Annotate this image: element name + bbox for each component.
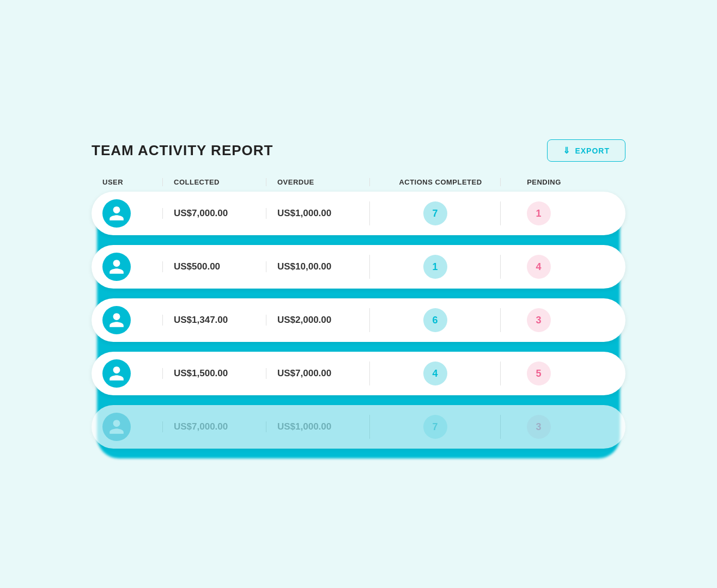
cell-collected: US$7,000.00 [162,421,266,432]
export-button[interactable]: ⇓ EXPORT [547,139,625,162]
table-row: US$1,500.00 US$7,000.00 4 5 [92,352,625,395]
cell-pending: 3 [500,415,576,439]
user-avatar [102,359,131,388]
actions-badge: 4 [423,362,447,385]
actions-badge: 7 [423,415,447,439]
actions-badge: 1 [423,255,447,279]
pending-badge: 3 [527,308,551,332]
cell-pending: 3 [500,308,576,332]
page-header: TEAM ACTIVITY REPORT ⇓ EXPORT [92,139,625,162]
cell-pending: 1 [500,201,576,225]
user-avatar [102,413,131,441]
pending-badge: 1 [527,201,551,225]
col-header-pending: PENDING [500,178,576,186]
actions-badge: 7 [423,201,447,225]
cell-collected: US$7,000.00 [162,208,266,219]
rows-container: US$7,000.00 US$1,000.00 7 1 US$500.00 US… [92,192,625,449]
column-headers: USER COLLECTED OVERDUE ACTIONS COMPLETED… [92,178,625,192]
table-wrapper: US$7,000.00 US$1,000.00 7 1 US$500.00 US… [92,192,625,449]
cell-actions: 4 [369,362,500,385]
col-header-overdue: OVERDUE [266,178,369,186]
cell-overdue: US$1,000.00 [266,208,369,219]
user-avatar [102,199,131,228]
table-row: US$500.00 US$10,00.00 1 4 [92,245,625,289]
col-header-actions: ACTIONS COMPLETED [369,178,500,186]
table-row: US$7,000.00 US$1,000.00 7 1 [92,192,625,235]
export-icon: ⇓ [563,145,570,156]
pending-badge: 5 [527,362,551,385]
export-button-label: EXPORT [575,146,610,155]
cell-overdue: US$10,00.00 [266,261,369,272]
cell-actions: 7 [369,201,500,225]
page-title: TEAM ACTIVITY REPORT [92,142,273,159]
actions-badge: 6 [423,308,447,332]
cell-actions: 7 [369,415,500,439]
cell-overdue: US$2,000.00 [266,315,369,326]
table-row: US$1,347.00 US$2,000.00 6 3 [92,298,625,342]
col-header-user: USER [102,178,162,186]
page-container: TEAM ACTIVITY REPORT ⇓ EXPORT USER COLLE… [59,118,658,470]
cell-collected: US$1,500.00 [162,368,266,379]
pending-badge: 4 [527,255,551,279]
cell-overdue: US$7,000.00 [266,368,369,379]
cell-pending: 4 [500,255,576,279]
cell-actions: 1 [369,255,500,279]
user-avatar [102,306,131,334]
user-avatar [102,253,131,281]
pending-badge: 3 [527,415,551,439]
cell-collected: US$500.00 [162,261,266,272]
cell-collected: US$1,347.00 [162,315,266,326]
table-row: US$7,000.00 US$1,000.00 7 3 [92,405,625,449]
cell-actions: 6 [369,308,500,332]
cell-overdue: US$1,000.00 [266,421,369,432]
col-header-collected: COLLECTED [162,178,266,186]
cell-pending: 5 [500,362,576,385]
